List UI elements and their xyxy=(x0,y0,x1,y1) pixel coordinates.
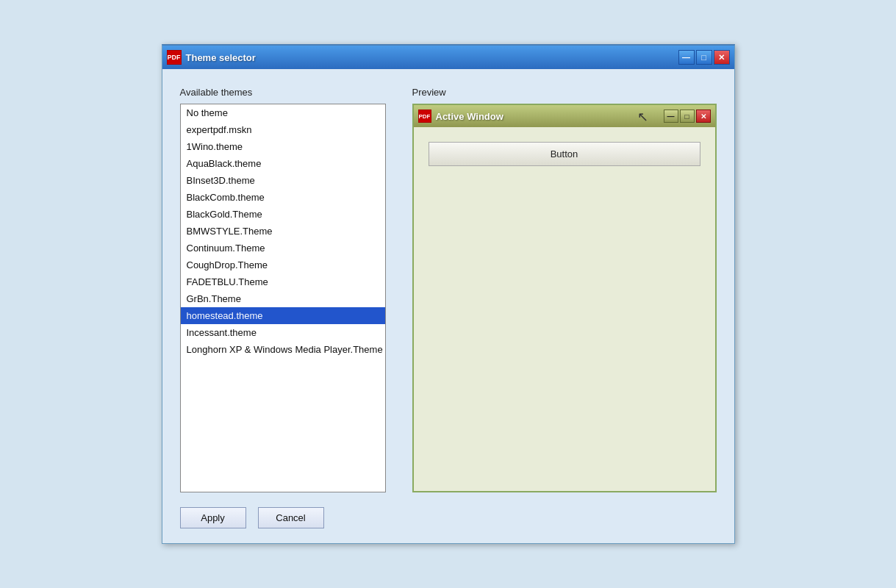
list-item[interactable]: No theme xyxy=(181,104,385,121)
button-row: Apply Cancel xyxy=(180,507,717,528)
left-panel: Available themes No themeexpertpdf.mskn1… xyxy=(180,87,386,492)
app-icon: PDF xyxy=(167,50,182,65)
list-item[interactable]: homestead.theme xyxy=(181,307,385,324)
themes-label: Available themes xyxy=(180,87,386,98)
list-item[interactable]: Continuum.Theme xyxy=(181,240,385,257)
preview-body: Button xyxy=(414,127,715,491)
preview-close-button: ✕ xyxy=(696,110,711,123)
list-item[interactable]: CoughDrop.Theme xyxy=(181,257,385,273)
preview-maximize-button: □ xyxy=(680,110,695,123)
window-title: Theme selector xyxy=(186,52,678,63)
preview-window-controls: — □ ✕ xyxy=(664,110,711,123)
title-bar: PDF Theme selector — □ ✕ xyxy=(162,46,734,69)
list-item[interactable]: Incessant.theme xyxy=(181,324,385,341)
list-item[interactable]: GrBn.Theme xyxy=(181,290,385,307)
preview-minimize-button: — xyxy=(664,110,678,123)
list-item[interactable]: expertpdf.mskn xyxy=(181,121,385,138)
main-area: Available themes No themeexpertpdf.mskn1… xyxy=(180,87,717,492)
list-item[interactable]: 1Wino.theme xyxy=(181,138,385,155)
preview-window-title: Active Window xyxy=(436,111,633,122)
main-window: PDF Theme selector — □ ✕ Available theme… xyxy=(162,44,735,544)
minimize-button[interactable]: — xyxy=(678,50,695,65)
list-item[interactable]: FADETBLU.Theme xyxy=(181,273,385,290)
list-item[interactable]: BlackGold.Theme xyxy=(181,206,385,223)
close-button[interactable]: ✕ xyxy=(714,50,730,65)
window-content: Available themes No themeexpertpdf.mskn1… xyxy=(162,69,734,543)
preview-title-bar: PDF Active Window ↖ — □ ✕ xyxy=(414,105,715,127)
window-controls: — □ ✕ xyxy=(678,50,730,65)
cursor-indicator: ↖ xyxy=(637,109,652,123)
preview-label: Preview xyxy=(412,87,717,98)
list-item[interactable]: BMWSTYLE.Theme xyxy=(181,223,385,240)
list-item[interactable]: Longhorn XP & Windows Media Player.Theme xyxy=(181,341,385,358)
apply-button[interactable]: Apply xyxy=(180,507,246,528)
theme-list[interactable]: No themeexpertpdf.mskn1Wino.themeAquaBla… xyxy=(181,104,385,492)
list-item[interactable]: AquaBlack.theme xyxy=(181,155,385,172)
cancel-button[interactable]: Cancel xyxy=(258,507,324,528)
list-item[interactable]: BInset3D.theme xyxy=(181,172,385,189)
preview-sample-button[interactable]: Button xyxy=(429,142,700,166)
theme-list-container: No themeexpertpdf.mskn1Wino.themeAquaBla… xyxy=(180,104,386,492)
preview-window: PDF Active Window ↖ — □ ✕ Button xyxy=(412,104,717,492)
preview-app-icon: PDF xyxy=(418,110,431,123)
right-panel: Preview PDF Active Window ↖ — □ ✕ xyxy=(412,87,717,492)
list-item[interactable]: BlackComb.theme xyxy=(181,189,385,206)
maximize-button[interactable]: □ xyxy=(696,50,712,65)
